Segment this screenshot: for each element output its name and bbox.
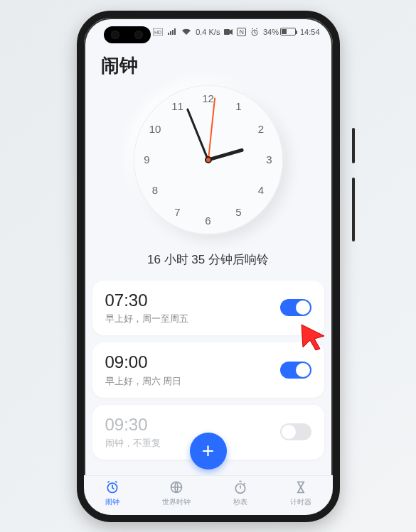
plus-icon: + <box>202 439 215 463</box>
clock-number: 12 <box>200 90 217 107</box>
clock-number: 9 <box>139 151 156 168</box>
alarm-card[interactable]: 09:00早上好，周六 周日 <box>92 342 324 398</box>
nav-label: 闹钟 <box>105 497 119 507</box>
nav-alarm[interactable]: 闹钟 <box>105 480 119 507</box>
timer-icon <box>294 480 308 496</box>
clock-number: 1 <box>230 98 247 115</box>
alarm-toggle[interactable] <box>280 423 311 440</box>
nav-label: 计时器 <box>290 497 311 507</box>
clock-number: 3 <box>261 151 278 168</box>
battery-icon <box>280 28 296 36</box>
wifi-icon <box>181 28 191 36</box>
video-icon <box>224 28 233 36</box>
alarm-time: 09:30 <box>105 415 161 435</box>
nav-label: 秒表 <box>233 497 247 507</box>
alarm-card[interactable]: 07:30早上好，周一至周五 <box>92 281 324 336</box>
hd-icon: HD <box>153 28 163 36</box>
nav-label: 世界时钟 <box>162 497 191 507</box>
nav-stopwatch[interactable]: 秒表 <box>233 480 247 507</box>
clock-number: 2 <box>252 121 270 138</box>
alarm-subtitle: 早上好，周一至周五 <box>105 313 188 325</box>
minute-hand <box>186 108 209 160</box>
alarm-toggle[interactable] <box>280 299 311 316</box>
clock-number: 7 <box>169 204 186 221</box>
alarm-status-icon <box>250 28 259 36</box>
alarm-toggle[interactable] <box>280 362 311 379</box>
svg-text:HD: HD <box>154 30 161 35</box>
camera-punchhole <box>104 26 151 43</box>
status-time: 14:54 <box>300 28 320 36</box>
alarm-time: 09:00 <box>105 352 182 372</box>
next-ring-text: 16 小时 35 分钟后响铃 <box>84 251 333 268</box>
hour-hand <box>208 148 244 161</box>
nfc-icon: N <box>237 28 246 36</box>
clock-pivot <box>205 156 212 163</box>
net-speed: 0.4 K/s <box>196 28 220 36</box>
clock-number: 5 <box>230 204 247 221</box>
clock-number: 10 <box>146 121 164 138</box>
alarm-subtitle: 闹钟，不重复 <box>105 437 161 450</box>
phone-volume-button <box>352 128 355 163</box>
alarm-subtitle: 早上好，周六 周日 <box>105 375 182 388</box>
stopwatch-icon <box>233 480 247 496</box>
svg-rect-2 <box>224 29 230 35</box>
globe-icon <box>169 480 183 496</box>
bottom-nav: 闹钟世界时钟秒表计时器 <box>84 475 333 515</box>
analog-clock: 121234567891011 <box>134 85 283 234</box>
clock-number: 11 <box>169 98 186 115</box>
clock-number: 4 <box>252 182 270 199</box>
phone-power-button <box>352 178 355 241</box>
alarm-time: 07:30 <box>105 291 188 310</box>
alarm-icon <box>105 480 119 496</box>
battery-pct: 34% <box>263 28 279 36</box>
nav-timer[interactable]: 计时器 <box>290 480 311 507</box>
signal-icon <box>167 28 177 36</box>
page-title: 闹钟 <box>84 46 333 82</box>
clock-number: 8 <box>146 182 164 199</box>
clock-number: 6 <box>200 212 217 229</box>
nav-globe[interactable]: 世界时钟 <box>162 480 191 507</box>
phone-frame: HD 0.4 K/s N 34% 14:54 闹钟 1212345678910 <box>77 11 340 522</box>
add-alarm-button[interactable]: + <box>190 433 227 469</box>
